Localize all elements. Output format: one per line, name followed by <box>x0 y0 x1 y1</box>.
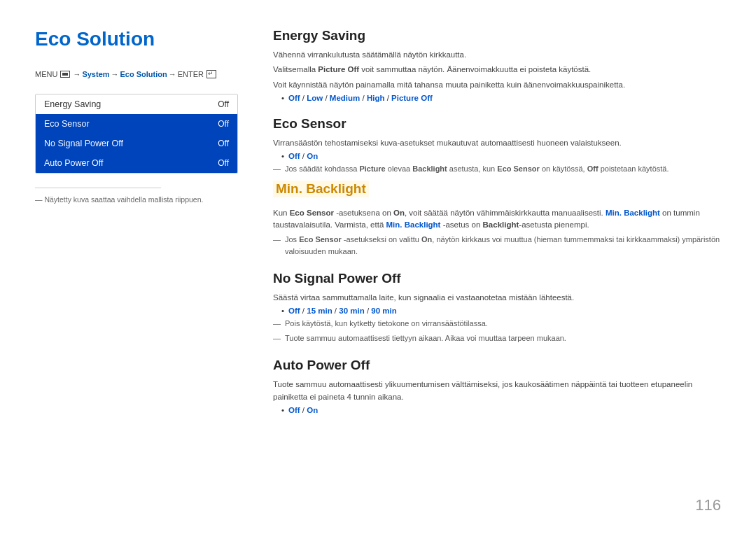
note-no-signal-2: ― Tuote sammuu automaattisesti tiettyyn … <box>273 332 721 344</box>
bullet-eco-options: Off / On <box>281 152 721 160</box>
section-no-signal: No Signal Power Off Säästä virtaa sammut… <box>273 271 721 344</box>
left-panel: Eco Solution MENU → System → Eco Solutio… <box>35 28 259 506</box>
section-title-no-signal: No Signal Power Off <box>273 271 721 286</box>
eco-options: Off / On <box>288 152 318 160</box>
desc-auto-power-1: Tuote sammuu automaattisesti ylikuumentu… <box>273 379 721 403</box>
right-panel: Energy Saving Vähennä virrankulutusta sä… <box>259 28 721 506</box>
dash: ― <box>273 163 281 175</box>
menu-item-value: Off <box>218 158 229 168</box>
dash: ― <box>273 234 281 246</box>
note-eco-text: Jos säädät kohdassa Picture olevaa Backl… <box>285 163 669 175</box>
menu-item-eco-sensor[interactable]: Eco Sensor Off <box>36 114 237 134</box>
desc-no-signal-1: Säästä virtaa sammuttamalla laite, kun s… <box>273 292 721 304</box>
section-title-auto-power: Auto Power Off <box>273 358 721 373</box>
section-eco-sensor: Eco Sensor Virransäästön tehostamiseksi … <box>273 116 721 257</box>
dash: ― <box>273 332 281 344</box>
menu-item-label: Eco Sensor <box>44 119 90 129</box>
footnote-text: Näytetty kuva saattaa vaihdella mallista… <box>44 195 203 204</box>
no-signal-options: Off / 15 min / 30 min / 90 min <box>288 307 397 315</box>
eco-solution-link: Eco Solution <box>120 70 167 78</box>
energy-options: Off / Low / Medium / High / Picture Off <box>288 94 433 102</box>
divider <box>35 188 161 188</box>
dash: ― <box>273 318 281 330</box>
desc-eco-1: Virransäästön tehostamiseksi kuva-asetuk… <box>273 137 721 149</box>
section-auto-power: Auto Power Off Tuote sammuu automaattise… <box>273 358 721 414</box>
menu-list: Energy Saving Off Eco Sensor Off No Sign… <box>35 94 238 174</box>
system-link: System <box>82 70 109 78</box>
menu-item-value: Off <box>218 99 229 109</box>
section-title-energy-saving: Energy Saving <box>273 28 721 43</box>
bullet-auto-power-options: Off / On <box>281 406 721 414</box>
section-energy-saving: Energy Saving Vähennä virrankulutusta sä… <box>273 28 721 102</box>
menu-item-label: No Signal Power Off <box>44 139 123 148</box>
page: Eco Solution MENU → System → Eco Solutio… <box>0 0 756 534</box>
note-eco-1: ― Jos säädät kohdassa Picture olevaa Bac… <box>273 163 721 175</box>
note-min-backlight-text: Jos Eco Sensor -asetukseksi on valittu O… <box>285 234 721 257</box>
footnote: ― Näytetty kuva saattaa vaihdella mallis… <box>35 195 238 204</box>
footnote-dash: ― <box>35 195 44 204</box>
desc-energy-1: Vähennä virrankulutusta säätämällä näytö… <box>273 49 721 61</box>
auto-power-options: Off / On <box>288 406 318 414</box>
arrow3: → <box>169 70 176 78</box>
menu-path: MENU → System → Eco Solution → ENTER <box>35 70 238 78</box>
arrow2: → <box>111 70 119 78</box>
note-no-signal-text-2: Tuote sammuu automaattisesti tiettyyn ai… <box>285 332 566 344</box>
note-no-signal-text-1: Pois käytöstä, kun kytketty tietokone on… <box>285 318 488 330</box>
desc-min-backlight-1: Kun Eco Sensor -asetuksena on On, voit s… <box>273 207 721 232</box>
page-title: Eco Solution <box>35 28 238 50</box>
enter-label: ENTER <box>178 70 204 78</box>
desc-energy-2: Valitsemalla Picture Off voit sammuttaa … <box>273 64 721 76</box>
page-number: 116 <box>695 496 721 514</box>
menu-item-no-signal[interactable]: No Signal Power Off Off <box>36 134 237 153</box>
note-min-backlight: ― Jos Eco Sensor -asetukseksi on valittu… <box>273 234 721 257</box>
menu-item-label: Energy Saving <box>44 99 101 109</box>
arrow1: → <box>73 70 80 78</box>
menu-item-label: Auto Power Off <box>44 158 104 168</box>
section-title-eco-sensor: Eco Sensor <box>273 116 721 132</box>
menu-label: MENU <box>35 70 57 78</box>
menu-icon <box>60 71 70 78</box>
note-no-signal-1: ― Pois käytöstä, kun kytketty tietokone … <box>273 318 721 330</box>
enter-icon <box>206 70 216 78</box>
bullet-no-signal-options: Off / 15 min / 30 min / 90 min <box>281 307 721 315</box>
bullet-energy-options: Off / Low / Medium / High / Picture Off <box>281 94 721 102</box>
menu-item-energy-saving[interactable]: Energy Saving Off <box>36 94 237 114</box>
menu-item-value: Off <box>218 119 229 129</box>
desc-energy-3: Voit käynnistää näytön painamalla mitä t… <box>273 79 721 91</box>
sub-section-min-backlight: Min. Backlight Kun Eco Sensor -asetuksen… <box>273 181 721 258</box>
section-title-min-backlight: Min. Backlight <box>273 181 369 197</box>
menu-item-auto-power[interactable]: Auto Power Off Off <box>36 153 237 173</box>
menu-item-value: Off <box>218 139 229 148</box>
